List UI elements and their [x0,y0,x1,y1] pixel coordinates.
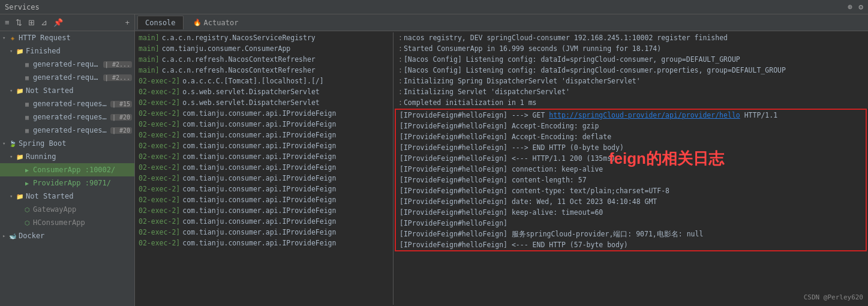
tab-console[interactable]: Console [137,16,184,29]
feign-line: [IProvideFeign#helloFeign] ---> GET http… [396,110,866,121]
log-message-line: : Started ConsumerApp in 16.999 seconds … [394,43,868,54]
feign-block: [IProvideFeign#helloFeign] ---> GET http… [395,109,867,251]
not-started-2-label: Not Started [26,192,73,200]
log-line: main] c.a.c.n.refresh.NacosContextRefres… [135,54,393,65]
docker-arrow [2,233,8,239]
log-line: main] com.tianju.consumer.ConsumerApp [135,43,393,54]
log-message-line: : Completed initialization in 1 ms [394,97,868,108]
sidebar-item-not-started-1[interactable]: 📁 Not Started [0,84,134,97]
sidebar-item-gateway-app[interactable]: ⬡ GatewayApp [0,203,134,216]
gen-req-4-label: generated-requests [33,113,108,121]
gen-req-2-icon: ▦ [23,73,31,82]
globe-icon[interactable]: ⊕ [848,2,852,11]
running-arrow [10,154,16,160]
http-request-label: HTTP Request [19,34,71,42]
hconsumer-app-icon: ⬡ [23,218,31,227]
feign-line: [IProvideFeign#helloFeign] content-lengt… [396,175,866,185]
feign-line: [IProvideFeign#helloFeign] <--- HTTP/1.1… [396,153,866,164]
spring-boot-label: Spring Boot [19,139,66,148]
gateway-app-label: GatewayApp [33,205,76,214]
log-message-line: : Initializing Servlet 'dispatcherServle… [394,86,868,97]
log-line: 02-exec-2] com.tianju.consumer.api.IProv… [135,151,393,162]
sidebar-item-docker[interactable]: 🐋 Docker [0,229,134,242]
sidebar-item-provider-app[interactable]: ▶ ProviderApp :9071/ [0,176,134,190]
http-request-arrow [2,35,8,41]
gen-req-4-icon: ▦ [23,113,31,121]
gen-req-1-icon: ▦ [23,60,31,68]
sidebar-item-running[interactable]: 📁 Running [0,150,134,163]
not-started-1-arrow [10,88,16,94]
sidebar-item-gen-req-1[interactable]: ▦ generated-requests | #2... [0,58,134,71]
flame-icon: 🔥 [193,19,202,26]
not-started-2-arrow [10,193,16,199]
feign-line: [IProvideFeign#helloFeign] Accept-Encodi… [396,121,866,131]
spring-boot-arrow [2,140,8,146]
log-line: 02-exec-2] com.tianju.consumer.api.IProv… [135,162,393,173]
finished-arrow [10,48,16,54]
sidebar-item-http-request[interactable]: ◈ HTTP Request [0,31,134,44]
log-line: main] c.a.c.n.registry.NacosServiceRegis… [135,32,393,43]
log-line: 02-exec-2] com.tianju.consumer.api.IProv… [135,227,393,238]
gear-icon[interactable]: ⚙ [858,2,863,11]
log-line: 02-exec-2] com.tianju.consumer.api.IProv… [135,173,393,184]
consumer-app-run-icon: ▶ [23,166,31,174]
log-line: 02-exec-2] com.tianju.consumer.api.IProv… [135,108,393,119]
log-message-line: : [Nacos Config] Listening config: dataI… [394,54,868,65]
tab-bar: Console 🔥 Actuator [135,14,868,31]
feign-line: [IProvideFeign#helloFeign] Accept-Encodi… [396,131,866,142]
gen-req-5-badge: | #20 [110,127,132,134]
gen-req-3-label: generated-requests [33,100,108,108]
sidebar-item-consumer-app[interactable]: ▶ ConsumerApp :10002/ [0,163,134,176]
main-container: ≡ ⇅ ⊞ ⊿ 📌 + ◈ HTTP Request 📁 Finished ▦ … [0,14,868,306]
log-line: 02-exec-2] com.tianju.consumer.api.IProv… [135,205,393,216]
feign-line: [IProvideFeign#helloFeign] 服务springCloud… [396,229,866,239]
consumer-app-label: ConsumerApp :10002/ [33,166,115,174]
log-line: 02-exec-2] com.tianju.consumer.api.IProv… [135,119,393,130]
group-btn[interactable]: ⊞ [26,17,37,28]
log-line: 02-exec-2] com.tianju.consumer.api.IProv… [135,130,393,140]
feign-line: [IProvideFeign#helloFeign] date: Wed, 11… [396,196,866,207]
gen-req-1-label: generated-requests [33,60,101,68]
gen-req-3-icon: ▦ [23,100,31,108]
finished-folder-icon: 📁 [16,47,24,55]
pin-btn[interactable]: 📌 [51,17,65,28]
filter-btn[interactable]: ⊿ [38,17,50,28]
sidebar-item-gen-req-3[interactable]: ▦ generated-requests | #15 [0,97,134,110]
console-area[interactable]: main] c.a.c.n.registry.NacosServiceRegis… [135,31,868,306]
console-left-col: main] c.a.c.n.registry.NacosServiceRegis… [135,32,393,305]
gen-req-1-badge: | #2... [103,61,132,68]
log-line: main] c.a.c.n.refresh.NacosContextRefres… [135,65,393,76]
sidebar: ≡ ⇅ ⊞ ⊿ 📌 + ◈ HTTP Request 📁 Finished ▦ … [0,14,135,306]
log-message-line: : nacos registry, DEV springCloud-consum… [394,32,868,43]
title-label: Services [5,3,40,11]
sidebar-item-not-started-2[interactable]: 📁 Not Started [0,190,134,203]
feign-line: [IProvideFeign#helloFeign] connection: k… [396,164,866,175]
feign-line: [IProvideFeign#helloFeign] [396,218,866,229]
sidebar-item-hconsumer-app[interactable]: ⬡ HConsumerApp [0,216,134,229]
hconsumer-app-label: HConsumerApp [33,218,85,227]
sidebar-item-finished[interactable]: 📁 Finished [0,44,134,58]
sidebar-item-gen-req-2[interactable]: ▦ generated-requests | #2... [0,71,134,84]
log-line: 02-exec-2] com.tianju.consumer.api.IProv… [135,216,393,227]
running-label: Running [26,152,56,161]
sidebar-item-spring-boot[interactable]: 🍃 Spring Boot [0,137,134,150]
sidebar-item-gen-req-5[interactable]: ▦ generated-requests | #20 [0,124,134,137]
add-btn[interactable]: + [122,17,132,28]
http-icon: ◈ [8,34,17,42]
feign-line: [IProvideFeign#helloFeign] keep-alive: t… [396,207,866,218]
feign-line: [IProvideFeign#helloFeign] <--- END HTTP… [396,239,866,250]
sidebar-item-gen-req-4[interactable]: ▦ generated-requests | #20 [0,110,134,124]
log-line: 02-exec-2] com.tianju.consumer.api.IProv… [135,184,393,194]
title-bar-left: Services [5,3,40,11]
docker-label: Docker [19,232,44,240]
console-right-col: : nacos registry, DEV springCloud-consum… [394,32,868,305]
actuator-tab-label: Actuator [204,19,239,27]
tab-actuator[interactable]: 🔥 Actuator [186,16,246,29]
log-line: 02-exec-2] com.tianju.consumer.api.IProv… [135,140,393,151]
log-line: 02-exec-2] o.s.web.servlet.DispatcherSer… [135,97,393,108]
gen-req-5-icon: ▦ [23,126,31,134]
feign-line: [IProvideFeign#helloFeign] content-type:… [396,185,866,196]
title-bar: Services ⊕ ⚙ [0,0,868,14]
sort-btn[interactable]: ⇅ [13,17,25,28]
list-btn[interactable]: ≡ [2,17,12,28]
